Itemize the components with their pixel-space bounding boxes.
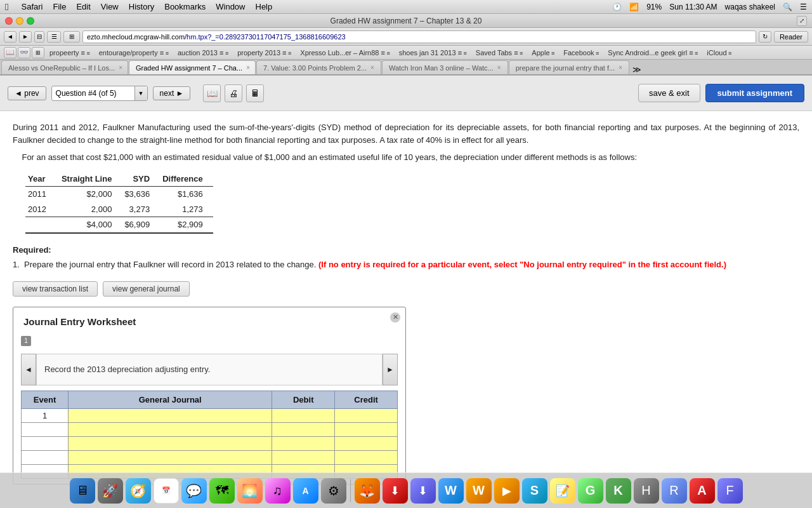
bookmark-sync-android[interactable]: Sync Android...e geek girl ≡ bbox=[604, 48, 702, 57]
dock-sysprefs-icon[interactable]: ⚙ bbox=[321, 478, 346, 504]
save-exit-button[interactable]: save & exit bbox=[638, 84, 700, 102]
dock-keepass-icon[interactable]: K bbox=[606, 478, 631, 504]
menu-file[interactable]: File bbox=[53, 2, 66, 11]
dock-hacksaw-icon[interactable]: H bbox=[634, 478, 659, 504]
forward-button[interactable]: ► bbox=[19, 31, 32, 43]
journal-credit-4[interactable] bbox=[335, 451, 398, 465]
open-book-icon-btn[interactable]: 📖 bbox=[203, 84, 221, 102]
dock-skype-icon[interactable]: S bbox=[522, 478, 547, 504]
tab-graded-hw[interactable]: Graded HW assignment 7 – Cha... × bbox=[129, 60, 256, 74]
reload-button[interactable]: ↻ bbox=[759, 31, 771, 43]
dock-rdp-icon[interactable]: R bbox=[662, 478, 687, 504]
worksheet-close-button[interactable]: ✕ bbox=[390, 312, 400, 323]
dock-gyroflow-icon[interactable]: G bbox=[578, 478, 603, 504]
dock-maps-icon[interactable]: 🗺 bbox=[209, 478, 235, 504]
bookmark-xpresso[interactable]: Xpresso Lub...er – Airn88 ≡ bbox=[296, 48, 393, 57]
calculator-icon-btn[interactable]: 🖩 bbox=[246, 84, 264, 102]
submit-assignment-button[interactable]: submit assignment bbox=[705, 84, 804, 102]
tab-7value[interactable]: 7. Value: 3.00 Points Problem 2... × bbox=[256, 60, 381, 74]
question-selector[interactable]: ▼ bbox=[51, 86, 148, 101]
show-all-tabs-btn[interactable]: ⊟ bbox=[34, 31, 44, 43]
menu-help[interactable]: Help bbox=[256, 2, 273, 11]
close-window-btn[interactable] bbox=[5, 17, 13, 25]
fullscreen-window-btn[interactable] bbox=[27, 17, 34, 25]
entry-prev-button[interactable]: ◄ bbox=[21, 354, 36, 385]
tab-alesso[interactable]: Alesso vs OneRepublic – If I Los... × bbox=[1, 60, 128, 74]
tab-close-graded-hw[interactable]: × bbox=[246, 64, 250, 71]
entry-next-button[interactable]: ► bbox=[383, 354, 398, 385]
print-icon-btn[interactable]: 🖨 bbox=[225, 84, 242, 102]
menu-list-icon[interactable]: ☰ bbox=[800, 3, 807, 11]
dock-iphoto-icon[interactable]: 🌅 bbox=[237, 478, 263, 504]
tab-close-journal[interactable]: × bbox=[619, 64, 622, 71]
bookmark-icloud[interactable]: iCloud bbox=[703, 48, 735, 57]
dock-launchpad-icon[interactable]: 🚀 bbox=[98, 478, 123, 504]
journal-debit-1[interactable] bbox=[272, 409, 335, 423]
bookmark-apple[interactable]: Apple bbox=[528, 48, 558, 57]
bookmark-saved-tabs[interactable]: Saved Tabs ≡ bbox=[472, 48, 527, 57]
reader-button[interactable]: Reader bbox=[774, 31, 808, 43]
bookmark-property2013[interactable]: property 2013 ≡ bbox=[233, 48, 295, 57]
menu-history[interactable]: History bbox=[129, 2, 154, 11]
dep-diff-2012: 1,273 bbox=[160, 202, 213, 217]
dock-calendar-icon[interactable]: 📅 bbox=[154, 478, 179, 504]
journal-debit-3[interactable] bbox=[272, 437, 335, 451]
dock-transmission-icon[interactable]: ⬇ bbox=[383, 478, 408, 504]
dock-appstore-icon[interactable]: A bbox=[293, 478, 318, 504]
tab-overview-btn[interactable]: ⊞ bbox=[63, 31, 80, 43]
bookmark-shoes[interactable]: shoes jan 31 2013 ≡ bbox=[395, 48, 471, 57]
bookmark-facebook[interactable]: Facebook bbox=[560, 48, 603, 57]
dock-firefox-icon[interactable]: 🦊 bbox=[355, 478, 380, 504]
menu-view[interactable]: View bbox=[101, 2, 119, 11]
menu-search-icon[interactable]: 🔍 bbox=[783, 3, 792, 11]
bookmark-auction[interactable]: auction 2013 ≡ bbox=[174, 48, 232, 57]
address-bar[interactable]: ezto.mhecloud.mcgraw-hill.com /hm.tpx?_=… bbox=[82, 30, 756, 43]
bookmark-entourage[interactable]: entourage/property ≡ bbox=[95, 48, 173, 57]
dock-vlc-icon[interactable]: ▶ bbox=[494, 478, 520, 504]
dock-vuze-icon[interactable]: ⬇ bbox=[410, 478, 436, 504]
bookmark-add-btn[interactable]: 📖 bbox=[4, 47, 16, 58]
prev-question-button[interactable]: ◄ prev bbox=[8, 86, 46, 100]
dock-notes-icon[interactable]: 📝 bbox=[550, 478, 575, 504]
dock-itunes-icon[interactable]: ♫ bbox=[265, 478, 291, 504]
sidebar-btn[interactable]: ☰ bbox=[47, 31, 61, 43]
reading-list-btn[interactable]: 👓 bbox=[18, 47, 30, 58]
dock-word-icon[interactable]: W bbox=[438, 478, 464, 504]
menu-window[interactable]: Window bbox=[216, 2, 245, 11]
question-selector-input[interactable] bbox=[52, 89, 134, 98]
minimize-window-btn[interactable] bbox=[16, 17, 23, 25]
journal-debit-2[interactable] bbox=[272, 423, 335, 437]
dock-openoffice-icon[interactable]: W bbox=[466, 478, 492, 504]
tab-close-alesso[interactable]: × bbox=[119, 64, 122, 71]
journal-general-1[interactable] bbox=[69, 409, 272, 423]
tab-close-iron-man[interactable]: × bbox=[497, 64, 501, 71]
journal-credit-3[interactable] bbox=[335, 437, 398, 451]
bookmark-propeerty[interactable]: propeerty ≡ bbox=[46, 48, 94, 57]
dock-acrobat-icon[interactable]: A bbox=[690, 478, 715, 504]
view-general-journal-button[interactable]: view general journal bbox=[103, 281, 190, 297]
journal-general-3[interactable] bbox=[69, 437, 272, 451]
dock-safari-icon[interactable]: 🧭 bbox=[126, 478, 151, 504]
menu-edit[interactable]: Edit bbox=[76, 2, 90, 11]
resize-icon[interactable]: ⤢ bbox=[797, 16, 807, 26]
journal-credit-1[interactable] bbox=[335, 409, 398, 423]
menu-bookmarks[interactable]: Bookmarks bbox=[164, 2, 206, 11]
tab-journal[interactable]: prepare the journal entry that f... × bbox=[509, 60, 629, 74]
top-sites-btn[interactable]: ⊞ bbox=[32, 47, 44, 58]
back-button[interactable]: ◄ bbox=[4, 31, 16, 43]
journal-debit-4[interactable] bbox=[272, 451, 335, 465]
tab-iron-man[interactable]: Watch Iron Man 3 online – Watc... × bbox=[382, 60, 508, 74]
journal-credit-2[interactable] bbox=[335, 423, 398, 437]
tabs-overflow-btn[interactable]: ≫ bbox=[632, 65, 641, 74]
dock-finder-icon[interactable]: 🖥 bbox=[70, 478, 95, 504]
view-transaction-list-button[interactable]: view transaction list bbox=[13, 281, 98, 297]
dock-finder2-icon[interactable]: F bbox=[717, 478, 743, 504]
journal-general-4[interactable] bbox=[69, 451, 272, 465]
next-question-button[interactable]: next ► bbox=[153, 86, 191, 100]
menu-safari[interactable]: Safari bbox=[21, 2, 43, 11]
question-dropdown-arrow[interactable]: ▼ bbox=[134, 86, 147, 101]
apple-menu[interactable]:  bbox=[5, 1, 8, 12]
tab-close-7value[interactable]: × bbox=[370, 64, 374, 71]
journal-general-2[interactable] bbox=[69, 423, 272, 437]
dock-messages-icon[interactable]: 💬 bbox=[181, 478, 207, 504]
